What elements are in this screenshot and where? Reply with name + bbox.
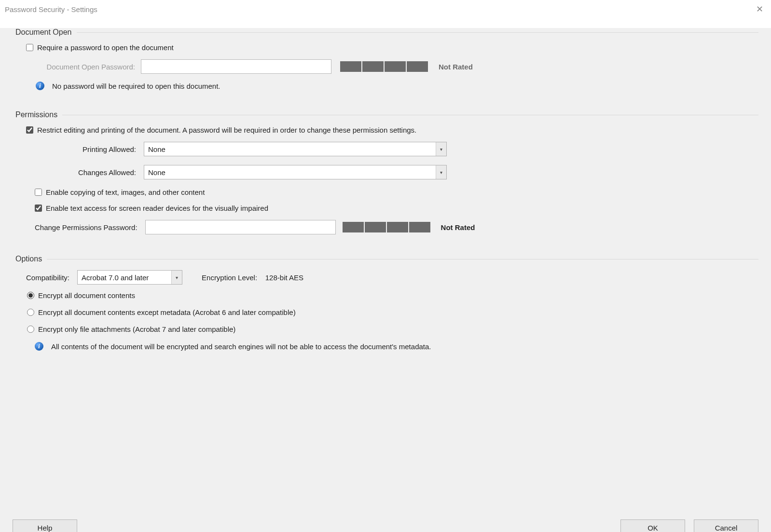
change-permissions-password-input[interactable] bbox=[145, 220, 336, 234]
strength-segment bbox=[409, 222, 430, 232]
enable-copy-checkbox[interactable]: Enable copying of text, images, and othe… bbox=[35, 188, 205, 196]
changes-allowed-value: None bbox=[148, 168, 165, 177]
close-icon[interactable]: ✕ bbox=[753, 4, 766, 14]
permissions-strength-text: Not Rated bbox=[441, 223, 475, 232]
group-options-legend: Options bbox=[13, 255, 47, 263]
doc-open-password-input[interactable] bbox=[141, 59, 331, 74]
chevron-down-icon: ▾ bbox=[171, 271, 182, 284]
help-button[interactable]: Help bbox=[13, 519, 77, 532]
group-document-open: Document Open Require a password to open… bbox=[13, 28, 758, 101]
restrict-editing-label: Restrict editing and printing of the doc… bbox=[37, 126, 416, 134]
strength-segment bbox=[387, 222, 408, 232]
doc-open-strength-text: Not Rated bbox=[439, 63, 473, 71]
dialog-content: Document Open Require a password to open… bbox=[0, 28, 771, 532]
strength-segment bbox=[362, 61, 384, 72]
chevron-down-icon: ▾ bbox=[436, 142, 446, 156]
compatibility-label: Compatibility: bbox=[26, 273, 69, 282]
ok-button[interactable]: OK bbox=[620, 519, 685, 532]
dialog-footer: Help OK Cancel bbox=[13, 519, 758, 532]
changes-allowed-label: Changes Allowed: bbox=[26, 168, 144, 177]
doc-open-info-text: No password will be required to open thi… bbox=[52, 82, 220, 90]
cancel-button[interactable]: Cancel bbox=[694, 519, 758, 532]
doc-open-password-label: Document Open Password: bbox=[35, 63, 135, 71]
titlebar: Password Security - Settings ✕ bbox=[0, 0, 771, 18]
encryption-level-value: 128-bit AES bbox=[265, 273, 303, 282]
changes-allowed-select[interactable]: None ▾ bbox=[144, 165, 447, 179]
encrypt-all-radio-input[interactable] bbox=[27, 292, 34, 299]
group-options: Options Compatibility: Acrobat 7.0 and l… bbox=[13, 255, 758, 361]
require-password-checkbox[interactable]: Require a password to open the document bbox=[26, 43, 174, 52]
printing-allowed-label: Printing Allowed: bbox=[26, 145, 144, 153]
restrict-editing-checkbox[interactable]: Restrict editing and printing of the doc… bbox=[26, 126, 416, 134]
encryption-level-label: Encryption Level: bbox=[202, 273, 257, 282]
printing-allowed-select[interactable]: None ▾ bbox=[144, 142, 447, 156]
window-title: Password Security - Settings bbox=[5, 5, 97, 14]
encrypt-attachments-label: Encrypt only file attachments (Acrobat 7… bbox=[38, 325, 235, 333]
require-password-label: Require a password to open the document bbox=[37, 43, 174, 52]
require-password-checkbox-input[interactable] bbox=[26, 44, 33, 51]
strength-segment bbox=[365, 222, 386, 232]
strength-segment bbox=[385, 61, 406, 72]
group-document-open-legend: Document Open bbox=[13, 28, 77, 37]
enable-copy-label: Enable copying of text, images, and othe… bbox=[46, 188, 205, 196]
encrypt-except-metadata-radio[interactable]: Encrypt all document contents except met… bbox=[27, 308, 749, 316]
options-info-text: All contents of the document will be enc… bbox=[51, 342, 431, 351]
encrypt-all-label: Encrypt all document contents bbox=[38, 291, 135, 300]
encrypt-except-metadata-label: Encrypt all document contents except met… bbox=[38, 308, 296, 316]
encrypt-attachments-radio-input[interactable] bbox=[27, 326, 34, 333]
enable-access-label: Enable text access for screen reader dev… bbox=[46, 204, 268, 212]
info-icon: i bbox=[35, 342, 43, 351]
strength-segment bbox=[407, 61, 428, 72]
permissions-strength-meter bbox=[343, 222, 430, 232]
chevron-down-icon: ▾ bbox=[436, 165, 446, 179]
encrypt-except-metadata-radio-input[interactable] bbox=[27, 309, 34, 316]
group-permissions-legend: Permissions bbox=[13, 110, 62, 119]
encrypt-attachments-radio[interactable]: Encrypt only file attachments (Acrobat 7… bbox=[27, 325, 749, 333]
enable-access-checkbox-input[interactable] bbox=[35, 205, 42, 212]
change-permissions-password-label: Change Permissions Password: bbox=[35, 223, 138, 232]
enable-access-checkbox[interactable]: Enable text access for screen reader dev… bbox=[35, 204, 268, 212]
restrict-editing-checkbox-input[interactable] bbox=[26, 126, 33, 134]
compatibility-select[interactable]: Acrobat 7.0 and later ▾ bbox=[77, 270, 182, 285]
group-permissions: Permissions Restrict editing and printin… bbox=[13, 110, 758, 245]
doc-open-strength-meter bbox=[340, 61, 428, 72]
enable-copy-checkbox-input[interactable] bbox=[35, 189, 42, 196]
strength-segment bbox=[340, 61, 361, 72]
info-icon: i bbox=[36, 82, 44, 90]
compatibility-value: Acrobat 7.0 and later bbox=[82, 273, 149, 282]
printing-allowed-value: None bbox=[148, 145, 165, 153]
strength-segment bbox=[343, 222, 364, 232]
encrypt-all-radio[interactable]: Encrypt all document contents bbox=[27, 291, 749, 300]
